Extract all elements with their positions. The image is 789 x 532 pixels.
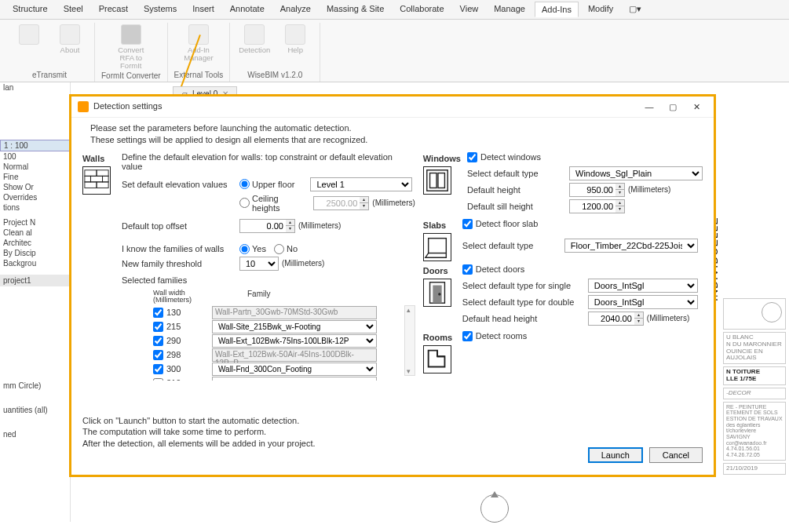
unit-label: (Millimeters) [298, 221, 341, 230]
prop-row: mm Circle) [0, 381, 70, 391]
ribbon-btn[interactable]: Convert RFA to FormIt [113, 23, 149, 70]
section-windows: Windows [423, 154, 461, 163]
wall-width: 300 [166, 364, 212, 373]
col-header: Family [247, 290, 270, 304]
menu-tab[interactable]: Massing & Site [320, 2, 390, 17]
radio-no[interactable]: No [274, 244, 298, 254]
label: Select default type for double [462, 297, 588, 307]
footer-line: The computation will take some time to p… [82, 426, 316, 437]
menu-tab[interactable]: Manage [488, 2, 531, 17]
prop-row: tions [0, 202, 70, 213]
launch-button[interactable]: Launch [588, 447, 643, 463]
menu-tab[interactable]: Insert [186, 2, 221, 17]
top-offset-input[interactable] [239, 219, 287, 233]
prop-row: Fine [0, 172, 70, 182]
prop-scale[interactable]: 1 : 100 [0, 140, 70, 151]
menu-tab[interactable]: Steel [57, 2, 89, 17]
properties-panel: lan 1 : 100 100 Normal Fine Show Or Over… [0, 82, 71, 522]
family-value: Wall-Partn_30Gwb-70MStd-30Gwb [212, 306, 377, 319]
menu-tab-active[interactable]: Add-Ins [535, 2, 579, 17]
menu-tab[interactable]: Systems [137, 2, 183, 17]
walls-desc: Define the default elevation for walls: … [122, 152, 415, 171]
door-head-input[interactable] [588, 312, 635, 326]
prop-row: Backgrou [0, 258, 70, 268]
unit-label: (Millimeters) [628, 185, 670, 194]
ribbon-group-label: FormIt Converter [101, 70, 161, 82]
family-select[interactable]: Wall-Fnd_300Con_Footing [212, 363, 377, 376]
menu-tab[interactable]: Annotate [224, 2, 271, 17]
label: Default top offset [122, 221, 239, 231]
tb-circle [723, 298, 786, 330]
family-checkbox[interactable] [153, 308, 163, 318]
ribbon-btn[interactable]: About [52, 23, 88, 54]
window-height-input[interactable] [569, 183, 616, 197]
maximize-icon[interactable]: ▢ [662, 100, 684, 114]
tb-addr: U BLANC N DU MARONNIER OUINCIE EN AUJOLA… [723, 332, 786, 364]
family-checkbox[interactable] [153, 336, 163, 346]
wall-width: 290 [166, 336, 212, 345]
prop-row: Normal [0, 162, 70, 172]
level-select[interactable]: Level 1 [310, 177, 412, 191]
family-select[interactable]: Wall-Site_215Bwk_w-Footing [212, 320, 377, 333]
cancel-button[interactable]: Cancel [649, 447, 703, 463]
walls-icon [82, 166, 111, 195]
tb-contact: RE - PEINTURE ETEMENT DE SOLS ESTION DE … [723, 402, 786, 461]
menu-tab[interactable]: Collaborate [393, 2, 450, 17]
section-walls: Walls [82, 154, 115, 163]
browser-item[interactable]: project1 [0, 275, 70, 286]
ribbon-btn-help[interactable]: Help [277, 23, 313, 54]
svg-point-13 [439, 293, 440, 295]
family-checkbox[interactable] [153, 322, 163, 332]
ribbon-group-label: eTransmit [32, 69, 67, 82]
ceiling-height-input[interactable] [313, 196, 360, 210]
ribbon: About eTransmit Convert RFA to FormIt Fo… [0, 20, 789, 82]
spinner[interactable]: ▴▾ [360, 196, 369, 210]
menu-tab[interactable]: Modify [582, 2, 619, 17]
menu-tab[interactable]: View [454, 2, 485, 17]
menu-appmenu-icon[interactable]: ▢▾ [623, 2, 648, 17]
family-select[interactable]: Wall-Ext_102Bwk-75Ins-100LBlk-12P [212, 334, 377, 348]
detect-slab-checkbox[interactable]: Detect floor slab [462, 219, 538, 229]
detection-settings-dialog: Detection settings — ▢ ✕ Please set the … [69, 94, 716, 477]
unit-label: (Millimeters) [282, 259, 324, 268]
menu-tab[interactable]: Analyze [274, 2, 317, 17]
menu-tab[interactable]: Precast [93, 2, 134, 17]
windows-type-select[interactable]: Windows_Sgl_Plain [569, 166, 703, 180]
door-double-select[interactable]: Doors_IntSgl [588, 295, 698, 309]
family-checkbox[interactable] [153, 350, 163, 360]
radio-ceiling-heights[interactable]: Ceiling heights [239, 194, 298, 213]
doors-icon [423, 279, 451, 307]
label: I know the families of walls [122, 244, 239, 253]
scrollbar[interactable] [404, 305, 415, 376]
ribbon-btn[interactable] [11, 23, 47, 54]
window-sill-input[interactable] [569, 199, 616, 213]
family-checkbox[interactable] [153, 378, 163, 381]
radio-yes[interactable]: Yes [239, 244, 266, 254]
drawing-titleblock: U BLANC N DU MARONNIER OUINCIE EN AUJOLA… [723, 149, 786, 477]
spinner[interactable]: ▴▾ [615, 183, 625, 197]
family-row: 310 [153, 377, 415, 381]
footer-line: After the detection, all elements will b… [82, 438, 316, 449]
family-select[interactable] [212, 377, 377, 381]
spinner[interactable]: ▴▾ [615, 199, 625, 213]
section-doors: Doors [423, 266, 456, 275]
family-checkbox[interactable] [153, 364, 163, 374]
close-icon[interactable]: ✕ [685, 100, 707, 114]
ribbon-btn-detection[interactable]: Detection [236, 23, 272, 54]
svg-rect-1 [97, 169, 108, 176]
door-single-select[interactable]: Doors_IntSgl [588, 279, 698, 293]
detect-doors-checkbox[interactable]: Detect doors [462, 264, 524, 275]
threshold-select[interactable]: 10 [239, 257, 279, 271]
spinner[interactable]: ▴▾ [286, 219, 295, 233]
slab-type-select[interactable]: Floor_Timber_22Cbd-225Joist [564, 239, 698, 253]
svg-rect-3 [90, 176, 102, 182]
detect-rooms-checkbox[interactable]: Detect rooms [462, 331, 527, 341]
svg-rect-4 [103, 176, 109, 182]
ribbon-btn[interactable]: Add-In Manager [181, 23, 217, 62]
radio-upper-floor[interactable]: Upper floor [239, 179, 294, 189]
menu-tab[interactable]: Structure [6, 2, 54, 17]
spinner[interactable]: ▴▾ [634, 312, 644, 326]
minimize-icon[interactable]: — [638, 100, 660, 114]
detect-windows-checkbox[interactable]: Detect windows [467, 152, 541, 162]
wall-width: 298 [166, 350, 212, 359]
